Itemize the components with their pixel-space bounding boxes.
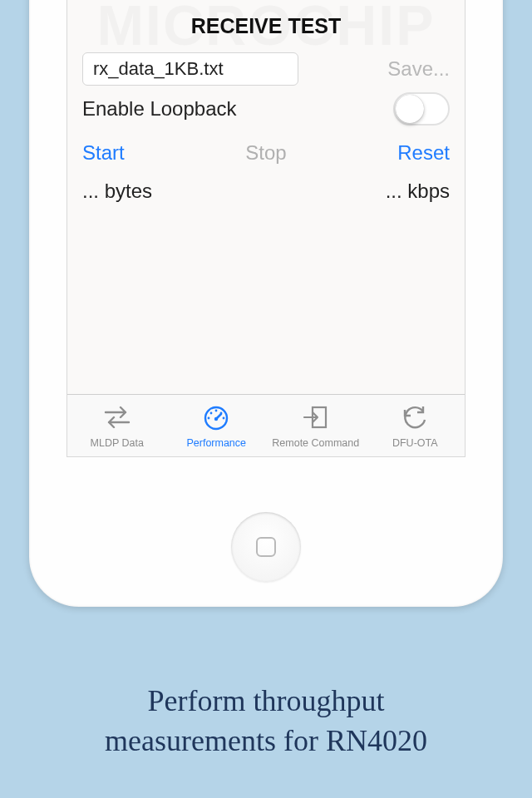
start-button[interactable]: Start xyxy=(82,141,204,165)
loopback-row: Enable Loopback xyxy=(82,88,450,130)
enter-arrow-icon xyxy=(301,403,331,435)
tab-label: MLDP Data xyxy=(91,437,144,449)
receive-bytes-stat: ... bytes xyxy=(82,180,152,203)
filename-row: rx_data_1KB.txt Save... xyxy=(82,50,450,88)
tab-mldp-data[interactable]: MLDP Data xyxy=(67,395,167,456)
receive-kbps-stat: ... kbps xyxy=(386,180,450,203)
tab-performance[interactable]: Performance xyxy=(167,395,267,456)
section-divider: ---------------------------- xyxy=(82,0,450,9)
receive-controls-row: Start Stop Reset xyxy=(82,141,450,165)
refresh-icon xyxy=(400,403,430,435)
caption-line-2: measurements for RN4020 xyxy=(0,721,532,761)
tab-bar: MLDP Data Performance Remote Command DFU… xyxy=(67,394,465,456)
home-button[interactable] xyxy=(231,512,301,582)
app-screen: MICROCHIP Write Without Response Delay (… xyxy=(66,0,466,457)
receive-test-heading: RECEIVE TEST xyxy=(82,14,450,38)
tab-dfu-ota[interactable]: DFU-OTA xyxy=(366,395,466,456)
loopback-toggle[interactable] xyxy=(393,92,450,126)
receive-stats-row: ... bytes ... kbps xyxy=(82,180,450,203)
svg-point-7 xyxy=(214,416,218,420)
receive-reset-button[interactable]: Reset xyxy=(328,141,450,165)
phone-frame: MICROCHIP Write Without Response Delay (… xyxy=(29,0,503,607)
svg-point-5 xyxy=(210,411,213,414)
caption-line-1: Perform throughput xyxy=(0,681,532,722)
transfer-arrows-icon xyxy=(102,403,132,435)
loopback-label: Enable Loopback xyxy=(82,97,236,121)
svg-point-4 xyxy=(223,416,225,419)
tab-remote-command[interactable]: Remote Command xyxy=(266,395,366,456)
stop-button[interactable]: Stop xyxy=(204,141,327,165)
rx-filename-input[interactable]: rx_data_1KB.txt xyxy=(82,52,298,86)
marketing-caption: Perform throughput measurements for RN40… xyxy=(0,681,532,761)
tab-label: DFU-OTA xyxy=(392,437,438,449)
tab-label: Remote Command xyxy=(272,437,359,449)
save-button[interactable]: Save... xyxy=(387,57,450,81)
svg-point-3 xyxy=(208,416,210,419)
tab-label: Performance xyxy=(186,437,246,449)
gauge-icon xyxy=(201,403,231,435)
home-square-icon xyxy=(256,537,276,557)
svg-point-2 xyxy=(215,409,218,411)
